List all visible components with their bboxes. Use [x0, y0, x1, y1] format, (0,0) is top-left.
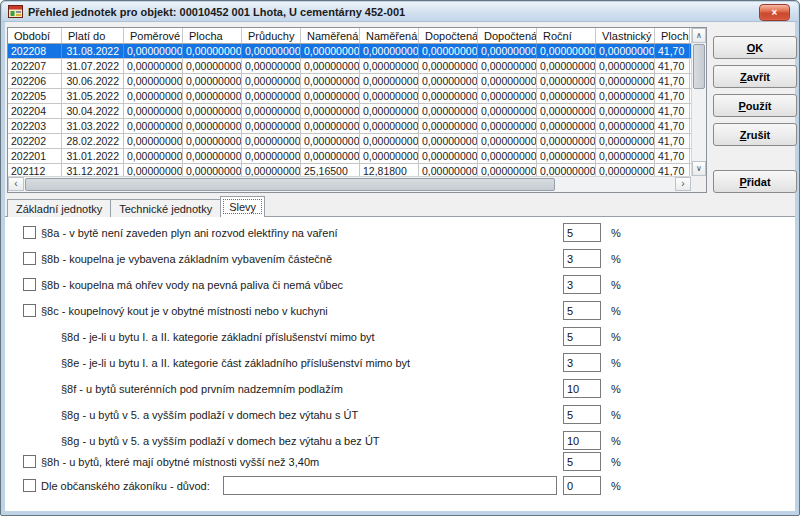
tab-technicke-jednotky[interactable]: Technické jednotky	[110, 199, 221, 217]
table-cell: 0,00000000	[478, 104, 537, 118]
discount-checkbox[interactable]	[23, 455, 36, 468]
discount-checkbox[interactable]	[23, 304, 36, 317]
percent-unit-label: %	[611, 405, 621, 424]
discount-row: §8b - koupelna je vybavena základním vyb…	[5, 249, 795, 270]
table-cell: 0,00000000	[301, 119, 360, 133]
ok-button[interactable]: OK	[713, 36, 797, 59]
app-icon	[8, 5, 23, 18]
dialog-window: Přehled jednotek pro objekt: 00010452 00…	[0, 0, 800, 516]
percent-unit-label: %	[611, 301, 621, 320]
table-cell: 0,00000000	[301, 134, 360, 148]
table-row[interactable]: 20220430.04.20220,000000000,000000000,00…	[8, 104, 691, 119]
table-cell: 0,00000000	[242, 74, 301, 88]
percent-unit-label: %	[611, 275, 621, 294]
discount-percent-input[interactable]	[563, 476, 601, 495]
table-cell: 0,00000000	[301, 74, 360, 88]
table-cell: 0,00000000	[301, 44, 360, 58]
discount-checkbox[interactable]	[23, 479, 36, 492]
percent-unit-label: %	[611, 353, 621, 372]
tab-zakladni-jednotky[interactable]: Základní jednotky	[7, 199, 111, 217]
discount-label: §8f - u bytů suterénních pod prvním nadz…	[61, 379, 343, 399]
close-button[interactable]: ×	[759, 4, 790, 21]
vertical-scrollbar[interactable]: ∧ ∨	[691, 28, 706, 176]
tab-strip: Základní jednotky Technické jednotky Sle…	[7, 196, 264, 217]
discount-row: §8e - je-li u bytu I. a II. kategorie čá…	[5, 353, 795, 374]
table-row[interactable]: 20220331.03.20220,000000000,000000000,00…	[8, 119, 691, 134]
scroll-right-button[interactable]: ›	[675, 177, 691, 191]
apply-button[interactable]: Použít	[713, 94, 797, 117]
table-row[interactable]: 20220131.01.20220,000000000,000000000,00…	[8, 149, 691, 164]
discount-checkbox[interactable]	[23, 252, 36, 265]
column-header[interactable]: Průduchy	[242, 28, 301, 44]
column-header[interactable]: Dopočtená	[478, 28, 537, 44]
add-button[interactable]: Přidat	[713, 170, 797, 193]
discount-percent-input[interactable]	[563, 405, 601, 424]
column-header[interactable]: Ploch	[655, 28, 690, 44]
discount-label: §8b - koupelna je vybavena základním vyb…	[41, 249, 332, 269]
column-header[interactable]: Platí do	[62, 28, 124, 44]
column-header[interactable]: Vlastnický	[596, 28, 655, 44]
discount-percent-input[interactable]	[563, 223, 601, 242]
reason-input[interactable]	[223, 476, 557, 495]
column-header[interactable]: Naměřená	[360, 28, 419, 44]
scroll-left-button[interactable]: ‹	[8, 177, 24, 191]
table-cell: 0,00000000	[537, 134, 596, 148]
table-cell: 202202	[8, 134, 62, 148]
scroll-left-icon: ‹	[14, 179, 17, 189]
table-cell: 0,00000000	[360, 149, 419, 163]
column-header[interactable]: Dopočtená	[419, 28, 478, 44]
column-header[interactable]: Poměrové	[124, 28, 183, 44]
table-cell: 0,00000000	[124, 149, 183, 163]
horizontal-scrollbar[interactable]: ‹ ›	[8, 176, 691, 192]
table-row[interactable]: 20211231.12.20210,000000000,000000000,00…	[8, 164, 691, 176]
horizontal-scrollbar-thumb[interactable]	[25, 178, 555, 191]
table-cell: 0,00000000	[360, 89, 419, 103]
discount-row: Dle občanského zákoníku - důvod:%	[5, 476, 795, 497]
scrollbar-corner	[691, 176, 706, 192]
discount-percent-input[interactable]	[563, 452, 601, 471]
column-header[interactable]: Období	[8, 28, 62, 44]
discount-percent-input[interactable]	[563, 431, 601, 450]
vertical-scrollbar-thumb[interactable]	[693, 44, 705, 89]
discount-percent-input[interactable]	[563, 379, 601, 398]
scroll-up-button[interactable]: ∧	[692, 28, 706, 43]
cancel-button[interactable]: Zrušit	[713, 123, 797, 146]
table-row[interactable]: 20220630.06.20220,000000000,000000000,00…	[8, 74, 691, 89]
tab-slevy[interactable]: Slevy	[220, 196, 265, 217]
column-header[interactable]: Plocha	[183, 28, 242, 44]
table-cell: 202112	[8, 164, 62, 176]
discount-checkbox[interactable]	[23, 226, 36, 239]
table-cell: 0,00000000	[124, 89, 183, 103]
table-cell: 0,00000000	[124, 119, 183, 133]
discount-percent-input[interactable]	[563, 275, 601, 294]
table-row[interactable]: 20220531.05.20220,000000000,000000000,00…	[8, 89, 691, 104]
discount-percent-input[interactable]	[563, 249, 601, 268]
table-cell: 0,00000000	[537, 59, 596, 73]
table-cell: 202201	[8, 149, 62, 163]
column-header[interactable]: Roční	[537, 28, 596, 44]
table-cell: 0,00000000	[419, 134, 478, 148]
discount-label: §8h - u bytů, které mají obytné místnost…	[41, 452, 319, 472]
discount-row: §8f - u bytů suterénních pod prvním nadz…	[5, 379, 795, 400]
table-row[interactable]: 20220831.08.20220,000000000,000000000,00…	[8, 44, 691, 59]
column-header[interactable]: Naměřená	[301, 28, 360, 44]
table-cell: 0,00000000	[301, 149, 360, 163]
title-bar[interactable]: Přehled jednotek pro objekt: 00010452 00…	[2, 2, 798, 22]
discount-checkbox[interactable]	[23, 278, 36, 291]
discount-label: §8g - u bytů v 5. a vyšším podlaží v dom…	[61, 405, 358, 425]
discount-label: §8a - v bytě není zaveden plyn ani rozvo…	[41, 223, 338, 243]
table-cell: 0,00000000	[537, 149, 596, 163]
table-cell: 41,70	[655, 59, 690, 73]
table-cell: 0,00000000	[183, 74, 242, 88]
table-cell: 0,00000000	[360, 74, 419, 88]
scroll-down-button[interactable]: ∨	[692, 161, 706, 176]
table-row[interactable]: 20220228.02.20220,000000000,000000000,00…	[8, 134, 691, 149]
discount-percent-input[interactable]	[563, 301, 601, 320]
table-row[interactable]: 20220731.07.20220,000000000,000000000,00…	[8, 59, 691, 74]
table-cell: 0,00000000	[537, 74, 596, 88]
table-cell: 0,00000000	[183, 149, 242, 163]
close-dialog-button[interactable]: Zavřít	[713, 65, 797, 88]
table-cell: 41,70	[655, 119, 690, 133]
discount-percent-input[interactable]	[563, 353, 601, 372]
discount-percent-input[interactable]	[563, 327, 601, 346]
